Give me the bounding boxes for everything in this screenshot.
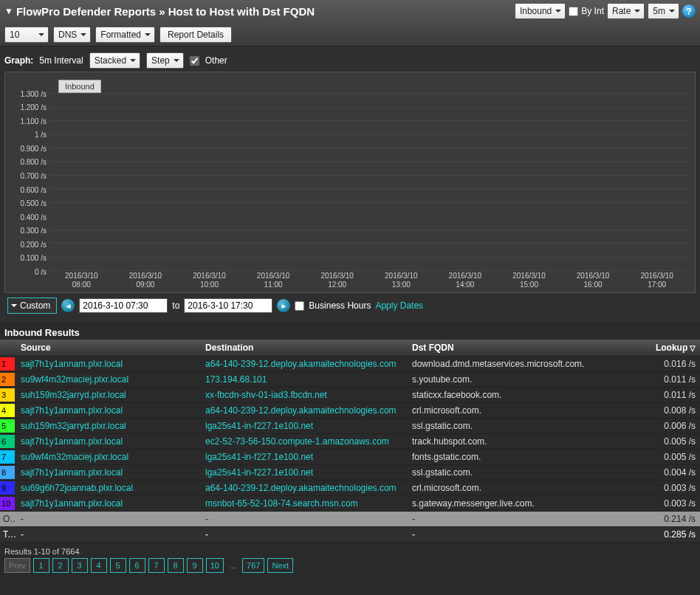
chart-bars	[49, 80, 689, 270]
pager-page[interactable]: 5	[110, 558, 126, 573]
col-dest[interactable]: Destination	[201, 340, 408, 357]
row-color-swatch[interactable]: 1	[0, 357, 15, 371]
prev-range-icon[interactable]: ◄	[61, 299, 75, 312]
pager-prev[interactable]: Prev	[4, 558, 30, 573]
rate-cell: 0.005 /s	[641, 450, 700, 465]
table-row: 5suh159m32jarryd.plxr.locallga25s41-in-f…	[0, 419, 700, 434]
source-link[interactable]: sajt7h1y1annam.plxr.local	[16, 357, 201, 372]
dest-link[interactable]: lga25s41-in-f227.1e100.net	[201, 465, 408, 481]
graph-panel: Graph: 5m Interval Stacked Step Other In…	[0, 47, 700, 323]
row-color-swatch[interactable]: 10	[0, 497, 15, 510]
other-label: Other	[205, 55, 227, 66]
row-color-swatch[interactable]: 9	[0, 481, 15, 495]
dest-link[interactable]: a64-140-239-12.deploy.akamaitechnologies…	[201, 357, 408, 372]
date-range-controls: Custom ◄ to ► Business Hours Apply Dates	[4, 293, 696, 317]
pager-page[interactable]: 2	[52, 558, 69, 573]
row-color-swatch[interactable]: 8	[0, 466, 15, 479]
dest-link[interactable]: xx-fbcdn-shv-01-iad3.fbcdn.net	[201, 388, 408, 403]
source-link[interactable]: su9wf4m32maciej.plxr.local	[16, 450, 201, 465]
fqdn-cell: fonts.gstatic.com.	[408, 450, 641, 465]
row-color-swatch[interactable]: 6	[0, 435, 15, 448]
next-range-icon[interactable]: ►	[277, 299, 290, 312]
dest-link[interactable]: a64-140-239-12.deploy.akamaitechnologies…	[201, 481, 408, 496]
fqdn-cell: crl.microsoft.com.	[408, 481, 641, 496]
row-color-swatch[interactable]: 5	[0, 419, 15, 433]
business-hours-label: Business Hours	[309, 300, 371, 311]
x-tick-label: 2016/3/1008:00	[49, 272, 114, 291]
y-tick-label: 0.200 /s	[5, 240, 47, 248]
col-color[interactable]	[0, 340, 16, 357]
source-link[interactable]: sajt7h1y1annam.plxr.local	[16, 434, 201, 450]
apply-dates-link[interactable]: Apply Dates	[375, 300, 423, 311]
col-lookup[interactable]: Lookup	[641, 340, 700, 357]
rate-cell: 0.004 /s	[641, 465, 700, 481]
rowlimit-select[interactable]: 10	[4, 27, 49, 43]
y-tick-label: 0.500 /s	[5, 199, 47, 207]
pager-page[interactable]: 6	[129, 558, 145, 573]
source-link[interactable]: su69g6h72joannab.plxr.local	[16, 481, 201, 496]
source-link[interactable]: suh159m32jarryd.plxr.local	[16, 419, 201, 434]
interval-select[interactable]: 5m	[648, 3, 679, 19]
rate-cell: 0.003 /s	[641, 481, 700, 496]
source-link[interactable]: sajt7h1y1annam.plxr.local	[16, 496, 201, 512]
pager-next[interactable]: Next	[267, 558, 293, 573]
x-tick-label: 2016/3/1012:00	[305, 272, 369, 291]
pager-page[interactable]: 10	[206, 558, 224, 573]
fqdn-cell: track.hubspot.com.	[408, 434, 641, 450]
pager-page[interactable]: 8	[168, 558, 184, 573]
report-details-button[interactable]: Report Details	[159, 27, 232, 43]
rate-cell: 0.011 /s	[641, 372, 700, 388]
x-tick-label: 2016/3/1013:00	[369, 272, 433, 291]
fqdn-cell: ssl.gstatic.com.	[408, 419, 641, 434]
dest-link[interactable]: 173.194.68.101	[201, 372, 408, 388]
dest-link[interactable]: msnbot-65-52-108-74.search.msn.com	[201, 496, 408, 512]
mode-select[interactable]: Rate	[607, 3, 645, 19]
to-date-input[interactable]	[184, 298, 272, 313]
business-hours-checkbox[interactable]	[295, 301, 304, 311]
fqdn-cell: s.youtube.com.	[408, 372, 641, 388]
direction-select[interactable]: Inbound	[515, 3, 566, 19]
row-color-swatch[interactable]: 3	[0, 388, 15, 402]
source-link[interactable]: sajt7h1y1annam.plxr.local	[16, 403, 201, 419]
y-tick-label: 1.200 /s	[5, 103, 47, 111]
pager-page[interactable]: 1	[33, 558, 49, 573]
row-color-swatch[interactable]: 2	[0, 373, 15, 386]
byint-checkbox[interactable]	[569, 7, 578, 16]
proto-select[interactable]: DNS	[53, 27, 91, 43]
dest-link[interactable]: ec2-52-73-56-150.compute-1.amazonaws.com	[201, 434, 408, 450]
pager-page[interactable]: 7	[148, 558, 165, 573]
row-color-swatch[interactable]: 4	[0, 404, 15, 417]
y-tick-label: 0 /s	[5, 268, 47, 276]
range-preset-select[interactable]: Custom	[7, 298, 57, 314]
pager-last[interactable]: 767	[242, 558, 264, 573]
source-link[interactable]: sajt7h1y1annam.plxr.local	[16, 465, 201, 481]
dest-link[interactable]: a64-140-239-12.deploy.akamaitechnologies…	[201, 403, 408, 419]
dest-link[interactable]: lga25s41-in-f227.1e100.net	[201, 419, 408, 434]
collapse-icon[interactable]: ▼	[4, 6, 13, 16]
pager-page[interactable]: 4	[91, 558, 107, 573]
source-link[interactable]: suh159m32jarryd.plxr.local	[16, 388, 201, 403]
x-tick-label: 2016/3/1014:00	[433, 272, 498, 291]
stack-select[interactable]: Stacked	[89, 52, 140, 69]
format-select[interactable]: Formatted	[95, 27, 155, 43]
from-date-input[interactable]	[79, 298, 168, 313]
x-tick-label: 2016/3/1017:00	[625, 272, 689, 291]
rate-cell: 0.011 /s	[641, 388, 700, 403]
help-icon[interactable]: ?	[682, 4, 696, 18]
fqdn-cell: ssl.gstatic.com.	[408, 465, 641, 481]
pager-page[interactable]: 9	[187, 558, 203, 573]
other-checkbox[interactable]	[190, 56, 199, 66]
col-fqdn[interactable]: Dst FQDN	[408, 340, 641, 357]
pager-ellipsis: ...	[227, 561, 239, 570]
row-color-swatch[interactable]: 7	[0, 450, 15, 464]
y-tick-label: 0.600 /s	[5, 185, 47, 193]
dest-link[interactable]: lga25s41-in-f227.1e100.net	[201, 450, 408, 465]
step-select[interactable]: Step	[146, 52, 184, 69]
col-source[interactable]: Source	[16, 340, 201, 357]
source-link[interactable]: su9wf4m32maciej.plxr.local	[16, 372, 201, 388]
rate-cell: 0.016 /s	[641, 357, 700, 372]
pager-page[interactable]: 3	[72, 558, 88, 573]
table-row: 9su69g6h72joannab.plxr.locala64-140-239-…	[0, 481, 700, 496]
other-row: Other---0.214 /s	[0, 512, 700, 527]
table-row: 6sajt7h1y1annam.plxr.localec2-52-73-56-1…	[0, 434, 700, 450]
